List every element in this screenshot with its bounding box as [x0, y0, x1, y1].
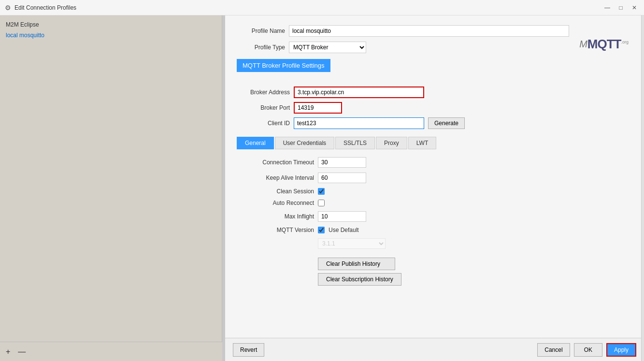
- title-bar: ⚙ Edit Connection Profiles — □ ✕: [0, 0, 644, 15]
- clean-session-checkbox[interactable]: [318, 188, 325, 195]
- tab-lwt[interactable]: LWT: [408, 137, 436, 149]
- connection-timeout-input[interactable]: [318, 157, 366, 168]
- clear-publish-history-button[interactable]: Clear Publish History: [318, 258, 395, 270]
- keep-alive-input[interactable]: [318, 173, 366, 183]
- mqtt-logo-suffix: .org: [621, 40, 629, 44]
- mqtt-version-select[interactable]: 3.1.1 3.1 5.0: [318, 238, 386, 249]
- mqtt-version-controls: Use Default: [318, 227, 359, 233]
- close-button[interactable]: ✕: [629, 3, 640, 13]
- bottom-right: Cancel OK Apply: [537, 343, 636, 357]
- sidebar-item-m2m: M2M Eclipse: [0, 19, 222, 30]
- clear-subscription-history-button[interactable]: Clear Subscription History: [318, 273, 401, 286]
- profile-name-label: Profile Name: [237, 28, 285, 34]
- action-buttons: Clear Publish History Clear Subscription…: [318, 258, 401, 286]
- tab-proxy[interactable]: Proxy: [376, 137, 407, 149]
- general-tab-content: Connection Timeout Keep Alive Interval C…: [237, 157, 632, 286]
- profile-header: M MQTT .org Profile Name Profile Type MQ…: [225, 15, 644, 59]
- remove-profile-button[interactable]: —: [16, 347, 28, 357]
- auto-reconnect-row: Auto Reconnect: [237, 200, 632, 206]
- connection-timeout-label: Connection Timeout: [237, 159, 314, 166]
- tabs-container: General User Credentials SSL/TLS Proxy L…: [237, 137, 632, 149]
- broker-port-input[interactable]: [294, 102, 342, 114]
- minimize-button[interactable]: —: [601, 3, 613, 13]
- add-profile-button[interactable]: +: [4, 347, 12, 357]
- sidebar-bottom: + —: [0, 342, 222, 361]
- mqtt-logo-m: M: [579, 39, 587, 50]
- tab-general[interactable]: General: [237, 137, 274, 149]
- ok-button[interactable]: OK: [574, 343, 602, 357]
- broker-address-label: Broker Address: [237, 89, 290, 96]
- client-id-label: Client ID: [237, 120, 290, 127]
- settings-section: MQTT Broker Profile Settings Broker Addr…: [225, 59, 644, 338]
- use-default-label: Use Default: [329, 227, 359, 233]
- maximize-button[interactable]: □: [615, 3, 627, 13]
- section-header: MQTT Broker Profile Settings: [237, 59, 330, 72]
- clean-session-label: Clean Session: [237, 188, 314, 195]
- action-buttons-row: Clear Publish History Clear Subscription…: [237, 254, 632, 286]
- content-area: M MQTT .org Profile Name Profile Type MQ…: [225, 15, 644, 338]
- clean-session-row: Clean Session: [237, 188, 632, 195]
- use-default-checkbox[interactable]: [318, 227, 325, 233]
- profile-type-row: Profile Type MQTT Broker MQTT Subscriber…: [237, 42, 632, 53]
- bottom-bar: Revert Cancel OK Apply: [225, 338, 644, 361]
- broker-port-row: Broker Port: [237, 102, 632, 114]
- apply-button[interactable]: Apply: [606, 343, 636, 357]
- profile-type-select[interactable]: MQTT Broker MQTT Subscriber MQTT Publish…: [289, 42, 366, 53]
- max-inflight-input[interactable]: [318, 211, 366, 222]
- profile-name-row: Profile Name: [237, 25, 632, 37]
- content-wrapper: M MQTT .org Profile Name Profile Type MQ…: [225, 15, 644, 361]
- cancel-button[interactable]: Cancel: [537, 343, 570, 357]
- mqtt-version-label: MQTT Version: [237, 227, 314, 233]
- max-inflight-row: Max Inflight: [237, 211, 632, 222]
- mqtt-logo: M MQTT .org: [579, 37, 629, 52]
- app-icon: ⚙: [4, 4, 12, 12]
- broker-fields: Broker Address Broker Port Client ID Gen…: [237, 87, 632, 129]
- revert-button[interactable]: Revert: [233, 343, 264, 357]
- right-border-handle[interactable]: [641, 15, 644, 361]
- mqtt-version-select-wrapper: 3.1.1 3.1 5.0: [318, 238, 386, 249]
- keep-alive-row: Keep Alive Interval: [237, 173, 632, 183]
- title-bar-buttons: — □ ✕: [601, 3, 640, 13]
- generate-button[interactable]: Generate: [428, 117, 465, 129]
- sidebar-wrapper: M2M Eclipse local mosquitto + —: [0, 15, 222, 361]
- broker-address-input[interactable]: [294, 87, 424, 98]
- client-id-input[interactable]: [294, 117, 424, 129]
- section-header-container: MQTT Broker Profile Settings: [237, 59, 632, 80]
- tab-ssl-tls[interactable]: SSL/TLS: [335, 137, 375, 149]
- keep-alive-label: Keep Alive Interval: [237, 174, 314, 181]
- max-inflight-label: Max Inflight: [237, 213, 314, 220]
- profile-type-label: Profile Type: [237, 44, 285, 51]
- mqtt-logo-text: MQTT: [587, 37, 621, 52]
- broker-address-row: Broker Address: [237, 87, 632, 98]
- sidebar: M2M Eclipse local mosquitto: [0, 15, 222, 342]
- client-id-row: Client ID Generate: [237, 117, 632, 129]
- main-container: M2M Eclipse local mosquitto + — M MQTT .…: [0, 15, 644, 361]
- bottom-left: Revert: [233, 343, 264, 357]
- mqtt-version-select-row: 3.1.1 3.1 5.0: [237, 238, 632, 249]
- mqtt-version-row: MQTT Version Use Default: [237, 227, 632, 233]
- title-bar-text: Edit Connection Profiles: [14, 4, 601, 11]
- sidebar-item-local[interactable]: local mosquitto: [0, 30, 222, 41]
- profile-name-input[interactable]: [289, 25, 569, 37]
- broker-port-label: Broker Port: [237, 104, 290, 111]
- auto-reconnect-checkbox[interactable]: [318, 200, 325, 206]
- auto-reconnect-label: Auto Reconnect: [237, 200, 314, 206]
- tab-user-credentials[interactable]: User Credentials: [275, 137, 334, 149]
- connection-timeout-row: Connection Timeout: [237, 157, 632, 168]
